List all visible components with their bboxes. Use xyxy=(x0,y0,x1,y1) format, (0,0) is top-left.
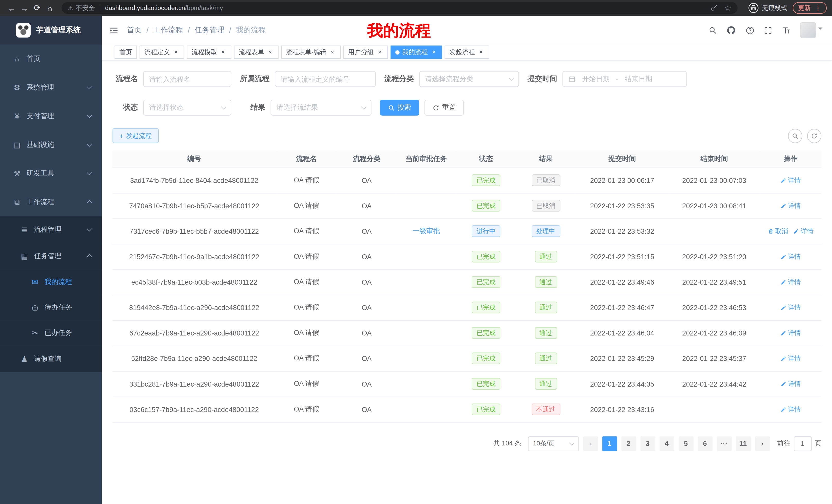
row-end-time: 2022-01-22 23:44:42 xyxy=(669,371,760,397)
security-label: 不安全 xyxy=(76,3,95,12)
detail-link[interactable]: 详情 xyxy=(781,176,801,185)
detail-link[interactable]: 详情 xyxy=(781,354,801,363)
row-end-time xyxy=(669,397,760,422)
row-result: 通过 xyxy=(516,320,576,346)
row-process-name: OA 请假 xyxy=(276,269,337,295)
close-icon[interactable]: × xyxy=(219,49,227,56)
breadcrumb-item[interactable]: 任务管理 xyxy=(194,25,225,35)
detail-link[interactable]: 详情 xyxy=(781,201,801,210)
date-range-picker[interactable]: 开始日期 - 结束日期 xyxy=(563,71,687,87)
page-size-select[interactable]: 10条/页 xyxy=(527,436,578,451)
row-id: 7317cec6-7b9b-11ec-b5b7-acde48001122 xyxy=(113,218,276,244)
close-icon[interactable]: × xyxy=(376,49,383,56)
breadcrumb-item[interactable]: 首页 xyxy=(127,25,142,35)
search-button[interactable]: 搜索 xyxy=(380,100,419,116)
close-icon[interactable]: × xyxy=(329,49,336,56)
goto-page-input[interactable] xyxy=(794,436,811,451)
update-button[interactable]: 更新 ⋮ xyxy=(793,2,827,13)
breadcrumb-item[interactable]: 工作流程 xyxy=(153,25,183,35)
sidebar-item-6[interactable]: ≣流程管理 xyxy=(0,216,102,243)
sidebar-item-8[interactable]: ✉我的流程 xyxy=(0,269,102,295)
pagination-next-button[interactable]: › xyxy=(755,436,770,451)
sidebar-toggle-button[interactable] xyxy=(109,26,118,35)
close-icon[interactable]: × xyxy=(173,49,179,56)
browser-forward-button[interactable]: → xyxy=(18,2,31,15)
status-select[interactable]: 请选择状态 xyxy=(143,100,231,116)
fullscreen-icon[interactable] xyxy=(764,26,772,34)
current-task-link[interactable]: 一级审批 xyxy=(413,227,440,235)
search-toggle-button[interactable] xyxy=(788,129,802,143)
pagination-page-button[interactable]: 1 xyxy=(602,436,617,451)
address-bar[interactable]: ⚠ 不安全 | dashboard.yudao.iocoder.cn /bpm/… xyxy=(61,2,737,13)
tab-0[interactable]: 首页 xyxy=(115,46,137,59)
row-process-name: OA 请假 xyxy=(276,295,337,320)
bookmark-star-icon[interactable]: ☆ xyxy=(725,4,731,12)
sidebar-item-2[interactable]: ¥支付管理 xyxy=(0,102,102,130)
sidebar-item-3[interactable]: ▤基础设施 xyxy=(0,131,102,159)
user-avatar[interactable] xyxy=(800,22,823,38)
reset-button[interactable]: 重置 xyxy=(424,100,464,116)
row-current-task xyxy=(396,244,457,269)
browser-back-button[interactable]: ← xyxy=(5,2,18,15)
table-header-row: 编号流程名流程分类当前审批任务状态结果提交时间结束时间操作 xyxy=(113,150,822,167)
tab-6[interactable]: 我的流程× xyxy=(391,46,442,59)
font-size-icon[interactable] xyxy=(782,26,790,35)
detail-link[interactable]: 详情 xyxy=(781,303,801,312)
pagination-more-button[interactable]: ··· xyxy=(717,436,731,451)
help-icon[interactable] xyxy=(746,26,755,35)
sidebar-item-10[interactable]: ✂已办任务 xyxy=(0,320,102,346)
detail-link[interactable]: 详情 xyxy=(781,277,801,286)
browser-reload-button[interactable]: ⟳ xyxy=(31,2,44,15)
row-submit-time: 2022-01-22 23:53:35 xyxy=(576,193,669,218)
row-actions: 详情 xyxy=(760,244,821,269)
pagination-page-button[interactable]: 11 xyxy=(735,436,751,451)
sidebar-item-7[interactable]: ▦任务管理 xyxy=(0,243,102,269)
github-icon[interactable] xyxy=(726,25,736,35)
reset-button-label: 重置 xyxy=(442,103,456,112)
tab-1[interactable]: 流程定义× xyxy=(139,46,184,59)
sidebar-item-9[interactable]: ◎待办任务 xyxy=(0,295,102,320)
browser-home-button[interactable]: ⌂ xyxy=(44,2,56,15)
row-actions: 详情 xyxy=(760,397,821,422)
tab-7[interactable]: 发起流程× xyxy=(445,46,489,59)
tab-3[interactable]: 流程表单× xyxy=(234,46,279,59)
search-icon[interactable] xyxy=(708,26,717,34)
close-icon[interactable]: × xyxy=(477,49,485,56)
detail-link[interactable]: 详情 xyxy=(781,329,801,338)
pagination-page-button[interactable]: 6 xyxy=(698,436,712,451)
sidebar-item-5[interactable]: ⧉工作流程 xyxy=(0,188,102,216)
pagination-goto: 前往 页 xyxy=(777,436,821,451)
process-definition-input[interactable] xyxy=(275,71,375,87)
category-select[interactable]: 请选择流程分类 xyxy=(419,71,519,87)
pagination-prev-button[interactable]: ‹ xyxy=(583,436,598,451)
cancel-link[interactable]: 取消 xyxy=(768,227,788,235)
create-process-button[interactable]: + 发起流程 xyxy=(113,128,159,143)
edit-icon xyxy=(781,254,786,260)
close-icon[interactable]: × xyxy=(267,49,274,56)
sidebar-item-1[interactable]: ⚙系统管理 xyxy=(0,73,102,102)
refresh-button[interactable] xyxy=(807,129,822,143)
sidebar-item-4[interactable]: ⚒研发工具 xyxy=(0,159,102,188)
result-select[interactable]: 请选择流结果 xyxy=(271,100,371,116)
pagination-page-button[interactable]: 2 xyxy=(621,436,636,451)
sidebar-item-0[interactable]: ⌂首页 xyxy=(0,45,102,73)
tab-5[interactable]: 用户分组× xyxy=(343,46,388,59)
detail-link[interactable]: 详情 xyxy=(793,227,813,235)
key-icon[interactable] xyxy=(711,4,718,12)
pagination-page-button[interactable]: 4 xyxy=(659,436,674,451)
kebab-menu-icon[interactable]: ⋮ xyxy=(814,4,822,12)
tab-2[interactable]: 流程模型× xyxy=(187,46,231,59)
process-name-input[interactable] xyxy=(143,71,231,87)
pagination-page-button[interactable]: 3 xyxy=(640,436,655,451)
tab-4[interactable]: 流程表单-编辑× xyxy=(281,46,341,59)
sidebar-item-11[interactable]: ♟请假查询 xyxy=(0,346,102,372)
detail-link[interactable]: 详情 xyxy=(781,252,801,261)
close-icon[interactable]: × xyxy=(431,49,437,56)
action-label: 详情 xyxy=(788,176,801,185)
incognito-badge[interactable]: 无痕模式 xyxy=(748,3,787,13)
gear-icon: ⚙ xyxy=(13,83,21,92)
tab-label: 我的流程 xyxy=(402,48,427,57)
detail-link[interactable]: 详情 xyxy=(781,405,801,414)
pagination-page-button[interactable]: 5 xyxy=(678,436,694,451)
detail-link[interactable]: 详情 xyxy=(781,380,801,388)
